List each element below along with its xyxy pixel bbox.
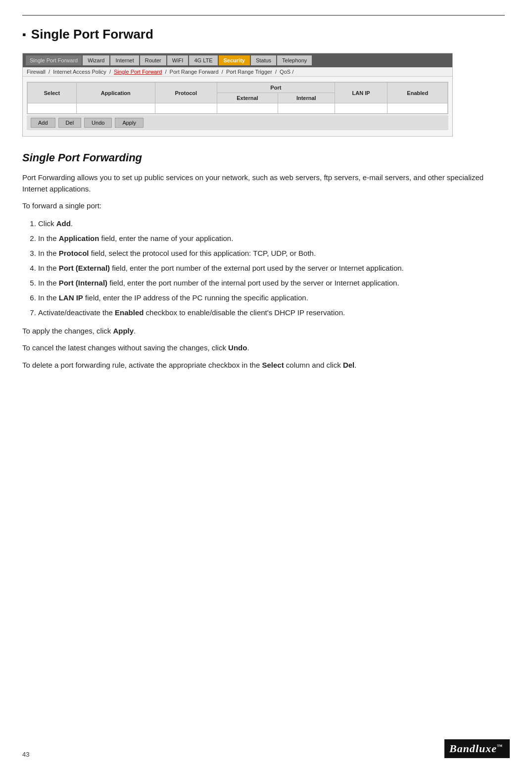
router-tab-wizard[interactable]: Wizard bbox=[83, 55, 109, 65]
router-tab-4glte[interactable]: 4G LTE bbox=[189, 55, 217, 65]
title-bullet: ▪ bbox=[22, 28, 26, 41]
col-port-internal: Internal bbox=[278, 93, 335, 103]
bold-application: Application bbox=[59, 234, 99, 242]
brand-name: Bandluxe™ bbox=[449, 742, 503, 755]
intro-paragraph: Port Forwarding allows you to set up pub… bbox=[22, 172, 505, 194]
list-item-7: Activate/deactivate the Enabled checkbox… bbox=[38, 307, 505, 319]
router-tab-wifi[interactable]: WiFI bbox=[167, 55, 189, 65]
list-item-5: In the Port (Internal) field, enter the … bbox=[38, 277, 505, 289]
bold-del: Del bbox=[343, 361, 354, 369]
router-tab-telephony[interactable]: Telephony bbox=[277, 55, 312, 65]
col-enabled: Enabled bbox=[387, 83, 448, 103]
list-item-2: In the Application field, enter the name… bbox=[38, 233, 505, 244]
router-table: Select Application Protocol Port LAN IP … bbox=[27, 82, 448, 114]
forward-intro: To forward a single port: bbox=[22, 200, 505, 212]
page-title-wrapper: ▪ Single Port Forward bbox=[22, 27, 505, 42]
delete-text: To delete a port forwarding rule, activa… bbox=[22, 360, 505, 371]
col-application: Application bbox=[76, 83, 155, 103]
router-action-bar: Add Del Undo Apply bbox=[27, 115, 448, 130]
router-undo-button[interactable]: Undo bbox=[84, 118, 112, 128]
router-table-wrapper: Select Application Protocol Port LAN IP … bbox=[27, 82, 448, 114]
page-number: 43 bbox=[22, 751, 29, 758]
bold-add: Add bbox=[56, 219, 71, 228]
section-heading: Single Port Forwarding bbox=[22, 151, 505, 164]
table-empty-row bbox=[28, 103, 448, 114]
bold-apply: Apply bbox=[113, 327, 134, 335]
router-nav-bar: Single Port Forward Wizard Internet Rout… bbox=[23, 53, 452, 67]
router-tab-router[interactable]: Router bbox=[140, 55, 166, 65]
active-breadcrumb: Single Port Forward bbox=[114, 69, 162, 75]
router-tab-status[interactable]: Status bbox=[251, 55, 276, 65]
instructions-list: Click Add. In the Application field, ent… bbox=[38, 218, 505, 319]
brand-luxe: luxe bbox=[476, 742, 497, 755]
router-apply-button[interactable]: Apply bbox=[115, 118, 144, 128]
cancel-text: To cancel the latest changes without sav… bbox=[22, 342, 505, 354]
brand-text-italic: Bandluxe bbox=[449, 742, 497, 755]
col-port-external: External bbox=[217, 93, 278, 103]
brand-tm: ™ bbox=[497, 743, 503, 749]
router-tab-security[interactable]: Security bbox=[219, 55, 250, 65]
list-item-3: In the Protocol field, select the protoc… bbox=[38, 247, 505, 259]
col-port-group: Port bbox=[217, 83, 335, 93]
top-border bbox=[22, 15, 505, 16]
apply-text: To apply the changes, click Apply. bbox=[22, 326, 505, 337]
router-screenshot: Single Port Forward Wizard Internet Rout… bbox=[22, 53, 453, 137]
list-item-6: In the LAN IP field, enter the IP addres… bbox=[38, 292, 505, 304]
router-content: Select Application Protocol Port LAN IP … bbox=[23, 77, 452, 136]
bold-enabled: Enabled bbox=[115, 308, 144, 317]
page-footer: 43 Bandluxe™ bbox=[22, 739, 510, 758]
col-lanip: LAN IP bbox=[335, 83, 387, 103]
router-del-button[interactable]: Del bbox=[58, 118, 82, 128]
router-breadcrumb: Firewall / Internet Access Policy / Sing… bbox=[23, 67, 452, 77]
router-tab-internet[interactable]: Internet bbox=[110, 55, 139, 65]
router-add-button[interactable]: Add bbox=[31, 118, 55, 128]
page-title: Single Port Forward bbox=[31, 27, 153, 42]
list-item-4: In the Port (External) field, enter the … bbox=[38, 262, 505, 274]
list-item-1: Click Add. bbox=[38, 218, 505, 230]
bold-lan-ip: LAN IP bbox=[59, 293, 83, 302]
bold-port-internal: Port (Internal) bbox=[59, 279, 107, 287]
bold-undo: Undo bbox=[228, 343, 247, 352]
bold-select: Select bbox=[262, 361, 284, 369]
router-nav-label: Single Port Forward bbox=[26, 55, 82, 65]
bold-protocol: Protocol bbox=[59, 249, 89, 257]
col-protocol: Protocol bbox=[155, 83, 217, 103]
bold-port-external: Port (External) bbox=[59, 264, 110, 272]
col-select: Select bbox=[28, 83, 77, 103]
brand-logo: Bandluxe™ bbox=[444, 739, 510, 758]
